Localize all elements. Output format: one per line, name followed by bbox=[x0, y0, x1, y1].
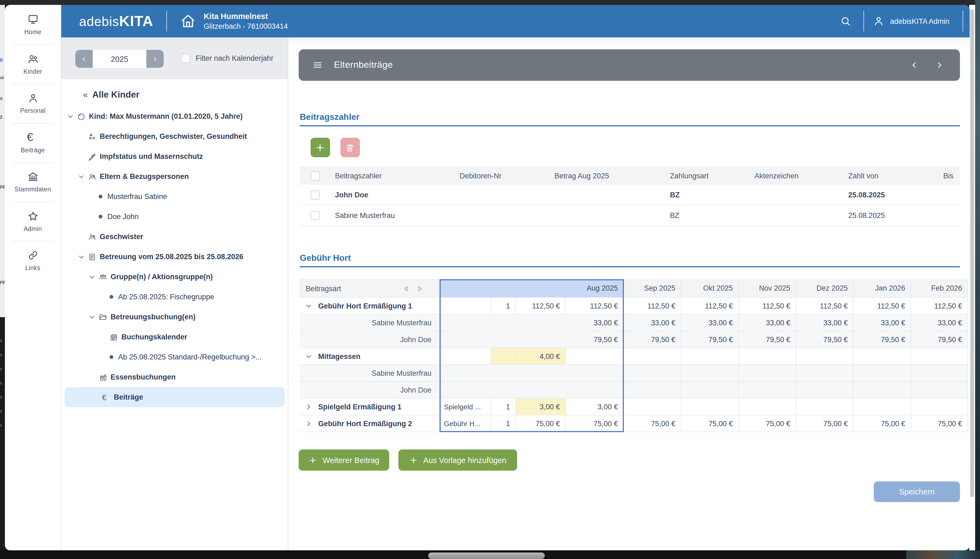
row-checkbox[interactable] bbox=[310, 211, 320, 220]
panel-prev-icon[interactable] bbox=[910, 61, 919, 69]
month-header[interactable]: Jan 2026 bbox=[854, 279, 911, 298]
user-icon[interactable] bbox=[873, 15, 884, 27]
tree-heading[interactable]: «Alle Kinder bbox=[83, 89, 140, 100]
chevron-down-icon[interactable] bbox=[67, 113, 77, 119]
tree-item[interactable]: Ab 25.08.2025: Fischegruppe bbox=[61, 287, 287, 307]
sidebar-item-home[interactable]: Home bbox=[5, 5, 61, 44]
column-header[interactable]: Zahlt von bbox=[839, 172, 922, 180]
tree-item[interactable]: Doe John bbox=[61, 207, 287, 227]
fee-price-cell bbox=[516, 331, 566, 348]
payer-row[interactable]: Sabine MusterfrauBZ25.08.2025 bbox=[300, 205, 960, 226]
chevron-down-icon[interactable] bbox=[305, 353, 316, 360]
tree-item[interactable]: Geschwister bbox=[61, 227, 287, 247]
fee-row[interactable]: Gebühr Hort Ermäßigung 11112,50 €112,50 … bbox=[300, 298, 968, 314]
tree-item[interactable]: Betreuung vom 25.08.2025 bis 25.08.2026 bbox=[61, 247, 287, 267]
hamburger-menu-icon[interactable] bbox=[312, 60, 323, 71]
fee-template-cell[interactable] bbox=[440, 298, 491, 314]
filter-year-label: Filter nach Kalenderjahr bbox=[196, 54, 274, 62]
tree-item-label: Doe John bbox=[107, 213, 139, 221]
month-header[interactable]: Feb 2026 bbox=[911, 279, 968, 298]
tree-item[interactable]: Impfstatus und Masernschutz bbox=[61, 146, 287, 167]
months-prev-icon[interactable] bbox=[402, 284, 410, 293]
fee-month-cell: 75,00 € bbox=[911, 415, 968, 432]
select-all-checkbox[interactable] bbox=[310, 171, 320, 180]
page-scrollbar[interactable] bbox=[970, 9, 974, 497]
app-logo[interactable]: adebisKITA bbox=[79, 13, 153, 30]
tree-item[interactable]: Ab 25.08.2025 Standard-/Regelbuchung >..… bbox=[61, 347, 287, 367]
add-payer-button[interactable] bbox=[310, 138, 330, 157]
fee-count-cell[interactable]: 1 bbox=[491, 415, 516, 432]
fee-template-cell[interactable]: Spielgeld ... bbox=[440, 399, 491, 415]
fee-row[interactable]: Mittagessen4,00 € bbox=[300, 348, 968, 365]
fee-price-cell[interactable]: 75,00 € bbox=[516, 415, 566, 432]
month-header[interactable]: Sep 2025 bbox=[624, 279, 681, 298]
column-header[interactable]: Debitoren-Nr bbox=[450, 172, 545, 180]
tree-item[interactable]: Musterfrau Sabine bbox=[61, 187, 287, 207]
chevron-down-icon[interactable] bbox=[78, 253, 88, 260]
fee-child-row[interactable]: Sabine Musterfrau33,00 €33,00 €33,00 €33… bbox=[300, 314, 968, 331]
tree-item[interactable]: Gruppe(n) / Aktionsgruppe(n) bbox=[61, 267, 287, 287]
column-header[interactable]: Bis bbox=[922, 172, 960, 180]
column-header[interactable]: Aktenzeichen bbox=[745, 172, 839, 180]
save-button[interactable]: Speichern bbox=[874, 481, 960, 502]
column-header[interactable]: Betrag Aug 2025 bbox=[545, 172, 661, 180]
chevron-right-icon[interactable] bbox=[305, 420, 316, 427]
child-tree: Kind: Max Mustermann (01.01.2020, 5 Jahr… bbox=[61, 106, 287, 550]
fee-price-cell[interactable]: 4,00 € bbox=[516, 348, 566, 365]
tree-item[interactable]: €Beiträge bbox=[64, 387, 284, 407]
sidebar-item-personal[interactable]: Personal bbox=[5, 83, 61, 123]
sidebar-item-links[interactable]: Links bbox=[5, 241, 61, 280]
user-name[interactable]: adebisKITA Admin bbox=[890, 17, 949, 25]
search-icon[interactable] bbox=[840, 15, 851, 27]
month-header[interactable]: Nov 2025 bbox=[739, 279, 796, 298]
tree-item[interactable]: Essensbuchungen bbox=[61, 367, 287, 387]
fee-child-row[interactable]: Sabine Musterfrau bbox=[300, 365, 968, 382]
filter-year-checkbox[interactable] bbox=[181, 54, 190, 63]
year-prev-button[interactable] bbox=[75, 50, 93, 68]
fee-count-cell[interactable] bbox=[491, 348, 516, 365]
tree-item[interactable]: Kind: Max Mustermann (01.01.2020, 5 Jahr… bbox=[61, 106, 287, 126]
tree-item[interactable]: Betreuungsbuchung(en) bbox=[61, 307, 287, 327]
fee-month-cell bbox=[681, 348, 739, 365]
fee-row[interactable]: Gebühr Hort Ermäßigung 2Gebühr H...175,0… bbox=[300, 415, 968, 432]
facility-subtitle: Glitzerbach - 7610003414 bbox=[203, 22, 288, 31]
people-icon bbox=[88, 232, 100, 241]
fee-child-row[interactable]: John Doe bbox=[300, 382, 968, 399]
year-next-button[interactable] bbox=[146, 50, 164, 68]
chevron-down-icon[interactable] bbox=[89, 273, 99, 280]
fee-template-cell[interactable] bbox=[440, 348, 491, 365]
month-header[interactable]: Okt 2025 bbox=[681, 279, 739, 298]
chevron-down-icon[interactable] bbox=[78, 173, 88, 180]
panel-next-icon[interactable] bbox=[935, 61, 944, 69]
fee-count-cell[interactable]: 1 bbox=[491, 399, 516, 415]
selected-month-header[interactable]: Aug 2025 bbox=[440, 279, 624, 298]
tree-item-label: Geschwister bbox=[100, 233, 144, 241]
sidebar-item-stammdaten[interactable]: Stammdaten bbox=[5, 162, 61, 202]
fee-price-cell[interactable]: 3,00 € bbox=[516, 399, 566, 415]
collapse-icon[interactable]: « bbox=[83, 89, 88, 99]
chevron-right-icon[interactable] bbox=[305, 403, 316, 410]
column-header[interactable]: Zahlungsart bbox=[661, 172, 745, 180]
months-next-icon[interactable] bbox=[416, 284, 424, 293]
fee-child-row[interactable]: John Doe79,50 €79,50 €79,50 €79,50 €79,5… bbox=[300, 331, 968, 348]
tree-item[interactable]: Buchungskalender bbox=[61, 327, 287, 347]
fee-row[interactable]: Spielgeld Ermäßigung 1Spielgeld ...13,00… bbox=[300, 399, 968, 415]
background-text-fragment: oi bbox=[0, 75, 4, 80]
add-from-template-button[interactable]: Aus Vorlage hinzufügen bbox=[398, 450, 517, 471]
column-header[interactable]: Beitragszahler bbox=[326, 172, 450, 180]
fee-count-cell[interactable]: 1 bbox=[491, 298, 516, 314]
sidebar-item-kinder[interactable]: Kinder bbox=[5, 44, 61, 83]
delete-payer-button[interactable] bbox=[340, 138, 360, 157]
fee-price-cell[interactable]: 112,50 € bbox=[516, 298, 566, 314]
sidebar-item-beiträge[interactable]: €Beiträge bbox=[5, 123, 61, 162]
row-checkbox[interactable] bbox=[310, 190, 320, 200]
add-contribution-button[interactable]: Weiterer Beitrag bbox=[299, 450, 389, 471]
month-header[interactable]: Dez 2025 bbox=[796, 279, 854, 298]
tree-item[interactable]: Eltern & Bezugspersonen bbox=[61, 167, 287, 187]
chevron-down-icon[interactable] bbox=[305, 302, 316, 309]
tree-item[interactable]: Berechtigungen, Geschwister, Gesundheit bbox=[61, 126, 287, 146]
payer-row[interactable]: John DoeBZ25.08.2025 bbox=[300, 185, 960, 205]
chevron-down-icon[interactable] bbox=[89, 314, 99, 320]
fee-template-cell[interactable]: Gebühr H... bbox=[440, 415, 491, 432]
sidebar-item-admin[interactable]: Admin bbox=[5, 202, 61, 241]
